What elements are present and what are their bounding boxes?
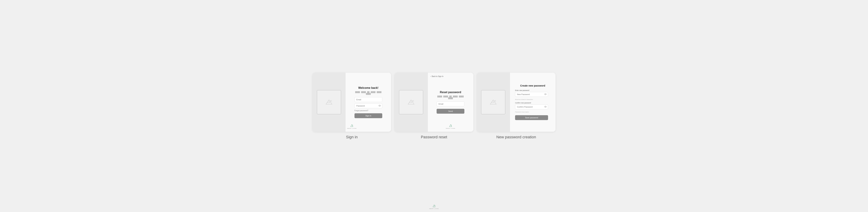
new-password-eye-icon[interactable] [544,93,547,96]
reset-wrapper: ‹ Back to Sign In Reset password ████ ██… [395,73,473,139]
reset-logo-icon [449,124,452,127]
newpwd-mountain-icon [489,99,498,105]
newpwd-card: Create new password Enter new password M… [477,73,556,132]
confirm-password-hint: Password must match. [515,111,550,113]
signin-logo-icon [350,124,353,127]
mountain-icon [324,99,333,105]
newpwd-left-panel [477,73,510,132]
new-password-row [515,92,548,97]
screens-container: Welcome back! ████ ████ ██ ████ ████ ███… [312,73,556,139]
newpwd-image-box [481,90,505,114]
newpwd-screen-label: New password creation [496,135,536,139]
signin-right-panel: Welcome back! ████ ████ ██ ████ ████ ███… [345,73,391,132]
reset-image-box [399,90,423,114]
signin-left-panel [312,73,345,132]
signin-logo: SMART LIVING [347,124,356,129]
signin-eye-icon[interactable] [378,104,381,107]
new-password-label: Enter new password [515,90,550,91]
svg-point-14 [495,100,496,101]
newpwd-right-panel: Create new password Enter new password M… [510,73,556,132]
signin-screen-label: Sign in [346,135,358,139]
svg-point-15 [545,93,547,95]
svg-point-4 [379,105,380,106]
forgot-password-link[interactable]: Forgot password? [354,110,368,112]
svg-point-17 [545,106,547,108]
newpwd-title: Create new password [515,84,550,87]
svg-point-2 [330,100,332,101]
signin-wrapper: Welcome back! ████ ████ ██ ████ ████ ███… [312,73,391,139]
reset-right-panel: ‹ Back to Sign In Reset password ████ ██… [428,73,473,132]
signin-logo-text: SMART LIVING [347,128,356,129]
signin-image-box [317,90,341,114]
confirm-password-eye-icon[interactable] [544,105,547,108]
back-link-text: Back to Sign In [432,75,443,77]
confirm-password-row [515,104,548,109]
signin-card: Welcome back! ████ ████ ██ ████ ████ ███… [312,73,391,132]
svg-point-16 [545,94,546,94]
svg-point-9 [412,100,413,101]
svg-marker-8 [409,101,412,102]
signin-password-row [354,103,382,108]
reset-email-input[interactable] [437,101,464,107]
svg-point-3 [379,105,381,107]
signin-title: Welcome back! [358,86,378,90]
reset-screen-label: Password reset [421,135,447,139]
save-password-button[interactable]: Save password [515,115,548,120]
new-password-input[interactable] [515,92,548,97]
svg-marker-13 [491,101,494,102]
reset-submit-button[interactable]: Send [437,109,464,114]
confirm-password-label: Confirm new password [515,102,550,104]
reset-logo-text: SMART LIVING [446,128,455,129]
svg-marker-1 [327,101,330,102]
svg-point-18 [545,107,546,107]
reset-subtitle: ████ ████ ██ ████ ████ ████ [435,96,466,99]
newpwd-wrapper: Create new password Enter new password M… [477,73,556,139]
reset-mountain-icon [407,99,415,105]
signin-subtitle: ████ ████ ██ ████ ████ ████ [352,91,384,95]
reset-title: Reset password [440,91,461,94]
back-arrow-icon: ‹ [431,75,431,77]
signin-email-input[interactable] [354,97,382,102]
signin-password-input[interactable] [354,103,382,108]
reset-logo: SMART LIVING [446,124,455,129]
new-password-hint: Must be at least 8 characters. [515,99,550,100]
signin-submit-button[interactable]: Sign In [354,113,382,118]
reset-left-panel [395,73,428,132]
back-to-signin-link[interactable]: ‹ Back to Sign In [431,75,443,77]
confirm-password-input[interactable] [515,104,548,109]
reset-card: ‹ Back to Sign In Reset password ████ ██… [395,73,473,132]
